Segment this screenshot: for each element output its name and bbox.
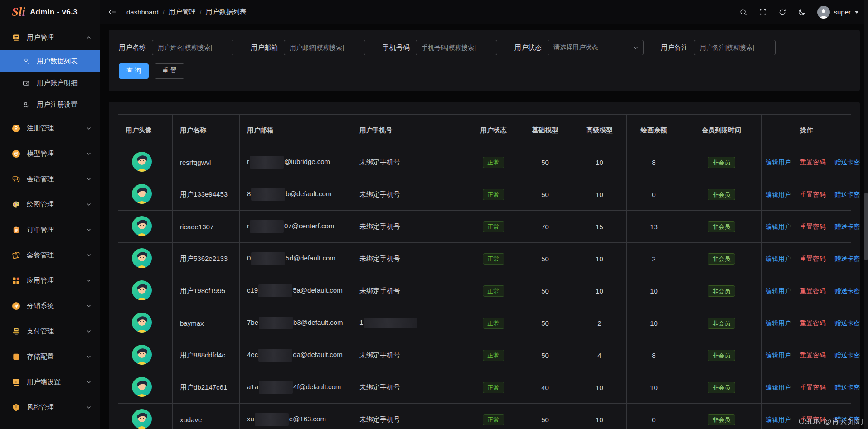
email-prefix: r <box>247 222 249 230</box>
reset-password-link[interactable]: 重置密码 <box>800 287 825 294</box>
sidebar-item-user-register-settings[interactable]: 用户注册设置 <box>0 94 100 116</box>
phone-text: 未绑定手机号 <box>359 222 400 230</box>
search-button[interactable]: 查 询 <box>119 63 149 79</box>
sidebar-item-user-data-list[interactable]: 用户数据列表 <box>0 50 100 72</box>
reset-password-link[interactable]: 重置密码 <box>800 159 825 166</box>
fullscreen-icon[interactable] <box>759 8 767 16</box>
sidebar-item-package-management[interactable]: 套餐管理 <box>0 242 100 268</box>
user-phone-cell: 未绑定手机号 <box>352 146 469 178</box>
breadcrumb-item-dashboard[interactable]: dashboard <box>126 8 159 16</box>
status-cell: 正常 <box>469 275 518 307</box>
user-name: 用户db2147c61 <box>180 383 227 391</box>
gift-card-link[interactable]: 赠送卡密 <box>834 223 860 230</box>
email-prefix: c19 <box>247 286 258 294</box>
membership-cell: 非会员 <box>681 243 762 275</box>
sidebar-item-distribution-system[interactable]: 分销系统 <box>0 293 100 318</box>
sidebar-item-user-management[interactable]: 用户管理 <box>0 25 100 50</box>
user-email-cell: a1a4f@default.com <box>240 371 352 404</box>
reset-button[interactable]: 重 置 <box>155 63 184 79</box>
base-model-cell: 40 <box>518 371 572 404</box>
sidebar-item-client-settings[interactable]: 用户端设置 <box>0 369 100 395</box>
avatar-cell <box>118 211 173 243</box>
email-suffix: b@default.com <box>286 190 331 198</box>
sidebar-item-label: 存储配置 <box>27 352 86 361</box>
sidebar-item-model-management[interactable]: 模型管理 <box>0 141 100 166</box>
breadcrumb: dashboard / 用户管理 / 用户数据列表 <box>126 8 247 16</box>
paint-balance-cell: 0 <box>627 178 681 211</box>
edit-user-link[interactable]: 编辑用户 <box>766 287 791 294</box>
user-menu[interactable]: super <box>817 6 859 19</box>
reset-password-link[interactable]: 重置密码 <box>800 319 825 327</box>
edit-user-link[interactable]: 编辑用户 <box>766 255 791 262</box>
sidebar-item-payment-management[interactable]: 支付管理 <box>0 318 100 344</box>
status-select[interactable]: 请选择用户状态 <box>548 40 644 55</box>
gift-card-link[interactable]: 赠送卡密 <box>834 287 860 294</box>
user-email-cell: c195a@default.com <box>240 275 352 307</box>
sidebar-item-risk-management[interactable]: 风控管理 <box>0 395 100 420</box>
table-row: 用户db2147c61 a1a4f@default.com 未绑定手机号 正常 … <box>118 371 851 404</box>
sidebar-item-order-management[interactable]: 订单管理 <box>0 217 100 242</box>
sidebar-item-session-management[interactable]: 会话管理 <box>0 166 100 192</box>
status-select-placeholder: 请选择用户状态 <box>553 43 633 52</box>
paint-balance-cell: 8 <box>627 146 681 178</box>
sidebar-item-user-account-detail[interactable]: 用户账户明细 <box>0 72 100 94</box>
caret-down-icon <box>854 11 859 14</box>
reset-password-link[interactable]: 重置密码 <box>800 223 825 230</box>
scrollbar-thumb[interactable] <box>864 193 868 260</box>
user-name-cell: resrfqgwvl <box>173 146 240 178</box>
gift-card-link[interactable]: 赠送卡密 <box>834 352 860 359</box>
edit-user-link[interactable]: 编辑用户 <box>766 223 791 230</box>
status-cell: 正常 <box>469 404 518 429</box>
edit-user-link[interactable]: 编辑用户 <box>766 191 791 198</box>
pos-terminal-icon <box>11 327 21 336</box>
reset-password-link[interactable]: 重置密码 <box>800 384 825 391</box>
user-plus-icon <box>21 101 31 109</box>
breadcrumb-item-user-data-list: 用户数据列表 <box>206 8 247 16</box>
paper-plane-circle-icon <box>11 302 21 310</box>
gift-card-link[interactable]: 赠送卡密 <box>834 255 860 262</box>
app-title: Admin - v6.3 <box>30 8 78 17</box>
avatar-cell <box>118 339 173 371</box>
advanced-model-cell: 10 <box>572 243 627 275</box>
phone-input[interactable] <box>416 40 497 55</box>
sidebar-item-label: 用户账户明细 <box>37 79 92 87</box>
refresh-icon[interactable] <box>778 8 786 16</box>
phone-text: 未绑定手机号 <box>359 190 400 198</box>
search-icon[interactable] <box>739 8 747 16</box>
email-suffix: @iubridge.com <box>284 158 330 165</box>
remark-input[interactable] <box>694 40 776 55</box>
table-row: 用户133e94453 8b@default.com 未绑定手机号 正常 50 … <box>118 178 851 211</box>
gift-card-link[interactable]: 赠送卡密 <box>834 384 860 391</box>
reset-password-link[interactable]: 重置密码 <box>800 352 825 359</box>
gift-card-link[interactable]: 赠送卡密 <box>834 191 860 198</box>
reset-password-link[interactable]: 重置密码 <box>800 191 825 198</box>
topbar: dashboard / 用户管理 / 用户数据列表 supe <box>100 0 868 24</box>
sidebar-item-storage-config[interactable]: 存储配置 <box>0 344 100 369</box>
gift-card-link[interactable]: 赠送卡密 <box>834 319 860 327</box>
edit-user-link[interactable]: 编辑用户 <box>766 352 791 359</box>
sidebar-item-drawing-management[interactable]: 绘图管理 <box>0 192 100 217</box>
collapse-menu-icon[interactable] <box>108 8 116 16</box>
chevron-down-icon <box>86 303 92 308</box>
col-header-advanced-model: 高级模型 <box>572 115 627 146</box>
sidebar-item-app-management[interactable]: 应用管理 <box>0 268 100 293</box>
breadcrumb-item-user-management[interactable]: 用户管理 <box>169 8 196 16</box>
gift-card-link[interactable]: 赠送卡密 <box>834 159 860 166</box>
username-input[interactable] <box>152 40 233 55</box>
sidebar-item-label: 用户注册设置 <box>37 101 92 109</box>
paint-balance-cell: 0 <box>627 404 681 429</box>
membership-cell: 非会员 <box>681 307 762 339</box>
email-input[interactable] <box>284 40 365 55</box>
edit-user-link[interactable]: 编辑用户 <box>766 384 791 391</box>
edit-user-link[interactable]: 编辑用户 <box>766 319 791 327</box>
email-suffix: 07@centerf.com <box>284 222 334 230</box>
edit-user-link[interactable]: 编辑用户 <box>766 416 791 423</box>
breadcrumb-separator: / <box>163 9 165 16</box>
user-avatar <box>132 248 152 268</box>
dark-mode-moon-icon[interactable] <box>798 8 806 16</box>
membership-cell: 非会员 <box>681 339 762 371</box>
sidebar-item-register-management[interactable]: 注册管理 <box>0 116 100 141</box>
app-logo: Sli Admin - v6.3 <box>0 0 100 24</box>
reset-password-link[interactable]: 重置密码 <box>800 255 825 262</box>
edit-user-link[interactable]: 编辑用户 <box>766 159 791 166</box>
